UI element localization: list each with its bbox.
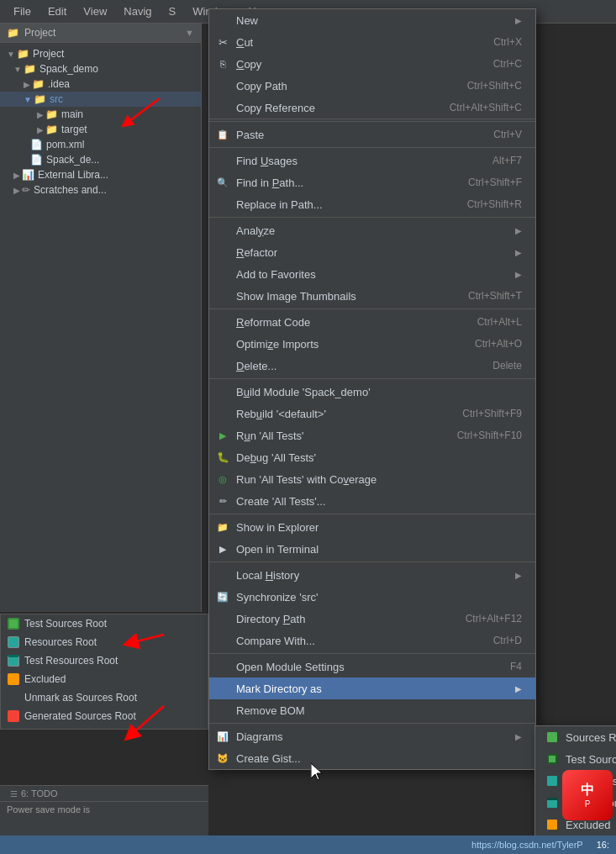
ctx-copy-reference-label: Copy Reference [236, 102, 315, 114]
ctx-new-label: New [236, 14, 258, 27]
ctx-show-image-thumbnails[interactable]: Show Image Thumbnails Ctrl+Shift+T [209, 285, 535, 307]
tree-item-ext-libs[interactable]: ▶ 📊 External Libra... [0, 167, 201, 182]
project-options[interactable]: ▼ [185, 28, 194, 38]
ctx-paste[interactable]: 📋 Paste Ctrl+V [209, 124, 535, 145]
unmark-sources-root[interactable]: Unmark as Sources Root [1, 688, 208, 707]
ctx-optimize-imports-label: Optimize Imports [236, 338, 319, 351]
test-resources-root-label: Test Resources Root [24, 655, 118, 667]
ctx-replace-in-path[interactable]: Replace in Path... Ctrl+Shift+R [209, 193, 535, 215]
tree-item-src[interactable]: ▼ 📁 src [0, 92, 201, 107]
tree-item-spack-demo[interactable]: ▼ 📁 Spack_demo [0, 61, 201, 76]
ctx-synchronize-label: Synchronize 'src' [236, 591, 318, 604]
ctx-build-module-label: Build Module 'Spack_demo' [236, 386, 371, 398]
ctx-remove-bom[interactable]: Remove BOM [209, 699, 535, 721]
ctx-remove-bom-label: Remove BOM [236, 704, 305, 717]
todo-icon: ☰ [10, 789, 18, 799]
ctx-local-history[interactable]: Local History ▶ [209, 564, 535, 586]
show-thumbnails-shortcut: Ctrl+Shift+T [468, 290, 522, 302]
ctx-open-terminal[interactable]: ▶ Open in Terminal [209, 538, 535, 560]
menu-view[interactable]: View [76, 3, 113, 19]
favorites-submenu-arrow: ▶ [515, 270, 522, 279]
corner-widget[interactable]: 中 P [562, 770, 613, 820]
ctx-delete[interactable]: Delete... Delete [209, 355, 535, 377]
ctx-optimize-imports[interactable]: Optimize Imports Ctrl+Alt+O [209, 333, 535, 355]
menu-file[interactable]: File [7, 3, 38, 19]
ctx-build-module[interactable]: Build Module 'Spack_demo' [209, 381, 535, 403]
submenu-sources-root[interactable]: Sources Root [535, 726, 616, 748]
ctx-add-to-favorites[interactable]: Add to Favorites ▶ [209, 263, 535, 285]
ctx-new[interactable]: New ▶ [209, 9, 535, 31]
mark-excluded[interactable]: Excluded [1, 670, 208, 688]
ctx-analyze[interactable]: Analyze ▶ [209, 219, 535, 241]
ctx-cut-label: Cut [236, 36, 253, 49]
excluded-icon [8, 673, 19, 685]
reformat-shortcut: Ctrl+Alt+L [477, 316, 522, 328]
tree-item-project[interactable]: ▼ 📁 Project [0, 46, 201, 61]
ctx-show-in-explorer[interactable]: 📁 Show in Explorer [209, 516, 535, 538]
ctx-reformat-code-label: Reformat Code [236, 316, 310, 329]
tab-todo[interactable]: ☰ 6: TODO [3, 786, 65, 801]
ctx-open-module-settings[interactable]: Open Module Settings F4 [209, 656, 535, 677]
ctx-reformat-code[interactable]: Reformat Code Ctrl+Alt+L [209, 311, 535, 333]
ctx-paste-label: Paste [236, 129, 264, 141]
ctx-create-gist[interactable]: 🐱 Create Gist... [209, 747, 535, 769]
tree-label-spack-demo: Spack_demo [39, 63, 98, 75]
mark-resources-root[interactable]: Resources Root [1, 633, 208, 651]
copy-path-shortcut: Ctrl+Shift+C [467, 80, 522, 92]
ctx-compare-with[interactable]: Compare With... Ctrl+D [209, 630, 535, 651]
test-resources-icon [8, 655, 19, 667]
tree-item-pom[interactable]: 📄 pom.xml [0, 137, 201, 152]
paste-shortcut: Ctrl+V [493, 129, 522, 140]
submenu-test-sources-label: Test Sources Root [566, 753, 616, 766]
tree-item-spack-file[interactable]: 📄 Spack_de... [0, 152, 201, 167]
menu-navigate[interactable]: Navig [117, 3, 158, 19]
ctx-copy[interactable]: ⎘ Copy Ctrl+C [209, 53, 535, 75]
mark-test-resources-root[interactable]: Test Resources Root [1, 651, 208, 670]
analyze-submenu-arrow: ▶ [515, 226, 522, 235]
submenu-test-sources-root[interactable]: Test Sources Root [535, 748, 616, 770]
resources-icon [8, 636, 19, 648]
ctx-copy-path[interactable]: Copy Path Ctrl+Shift+C [209, 75, 535, 97]
ctx-debug-all-tests[interactable]: 🐛 Debug 'All Tests' [209, 446, 535, 468]
ctx-find-usages[interactable]: Find Usages Alt+F7 [209, 150, 535, 171]
sync-icon: 🔄 [216, 590, 229, 604]
menu-edit[interactable]: Edit [41, 3, 73, 19]
copy-shortcut: Ctrl+C [493, 58, 522, 70]
ctx-copy-reference[interactable]: Copy Reference Ctrl+Alt+Shift+C [209, 97, 535, 119]
test-resources-root-icon [545, 796, 559, 809]
ctx-create-all-tests[interactable]: ✏ Create 'All Tests'... [209, 490, 535, 512]
ctx-run-with-coverage[interactable]: ◎ Run 'All Tests' with Coverage [209, 468, 535, 490]
delete-shortcut: Delete [492, 360, 522, 372]
ctx-rebuild[interactable]: Rebuild '<default>' Ctrl+Shift+F9 [209, 403, 535, 424]
resources-root-icon [545, 774, 559, 788]
mark-generated-sources-root[interactable]: Generated Sources Root [1, 707, 208, 725]
separator-7 [209, 561, 535, 562]
sources-root-icon [545, 730, 559, 744]
tree-label-main: main [61, 108, 83, 120]
ctx-cut[interactable]: ✂ Cut Ctrl+X [209, 31, 535, 53]
power-save-text: Power save mode is [7, 804, 90, 814]
tree-item-target[interactable]: ▶ 📁 target [0, 122, 201, 137]
mark-test-sources-root[interactable]: Test Sources Root [1, 614, 208, 633]
menu-s[interactable]: S [162, 3, 183, 19]
ctx-refactor[interactable]: Refactor ▶ [209, 241, 535, 263]
project-label: Project [24, 27, 55, 39]
coverage-icon: ◎ [216, 472, 229, 486]
ctx-find-in-path-label: Find in Path... [236, 177, 303, 189]
ctx-directory-path[interactable]: Directory Path Ctrl+Alt+F12 [209, 608, 535, 630]
ctx-show-explorer-label: Show in Explorer [236, 521, 319, 534]
ctx-rebuild-label: Rebuild '<default>' [236, 408, 326, 420]
tree-item-main[interactable]: ▶ 📁 main [0, 107, 201, 122]
ctx-run-all-tests[interactable]: ▶ Run 'All Tests' Ctrl+Shift+F10 [209, 424, 535, 446]
find-icon: 🔍 [216, 176, 229, 189]
ctx-directory-path-label: Directory Path [236, 613, 305, 625]
tree-item-scratches[interactable]: ▶ ✏ Scratches and... [0, 182, 201, 198]
replace-in-path-shortcut: Ctrl+Shift+R [467, 198, 522, 210]
ctx-mark-directory-as[interactable]: Mark Directory as ▶ [209, 677, 535, 699]
ctx-diagrams[interactable]: 📊 Diagrams ▶ [209, 725, 535, 747]
tree-item-idea[interactable]: ▶ 📁 .idea [0, 76, 201, 92]
ctx-synchronize[interactable]: 🔄 Synchronize 'src' [209, 586, 535, 608]
generated-sources-icon [8, 710, 19, 722]
dir-path-shortcut: Ctrl+Alt+F12 [466, 613, 522, 625]
ctx-find-in-path[interactable]: 🔍 Find in Path... Ctrl+Shift+F [209, 171, 535, 193]
